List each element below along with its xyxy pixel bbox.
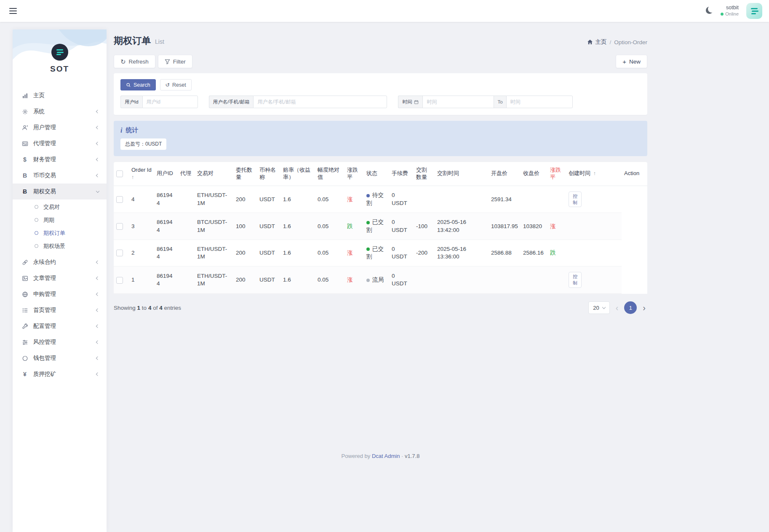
cell-order-id: 2	[129, 239, 154, 266]
dcat-admin-link[interactable]: Dcat Admin	[372, 453, 400, 459]
cell-settle-qty	[414, 186, 435, 213]
sidebar-item-agents[interactable]: 代理管理	[13, 136, 107, 152]
sidebar-item-period[interactable]: 周期	[13, 213, 107, 226]
cell-action: 控制	[566, 266, 622, 294]
globe-icon	[21, 291, 29, 298]
total-pnl-badge: 总盈亏：0USDT	[120, 138, 166, 150]
row-checkbox[interactable]	[116, 250, 123, 256]
sidebar-item-label: 首页管理	[33, 306, 96, 314]
chevron-left-icon	[96, 356, 99, 360]
cell-user-id: 861944	[154, 213, 178, 239]
reset-label: Reset	[172, 82, 186, 88]
col-user-id: 用户ID	[154, 162, 178, 186]
powered-by-label: Powered by	[342, 453, 371, 459]
version-label: v1.7.8	[405, 453, 419, 459]
info-icon: i	[120, 127, 122, 134]
row-checkbox[interactable]	[116, 277, 123, 284]
table-row: 4 861944 ETH/USDT-1M 200 USDT 1.6 0.05 涨…	[114, 186, 648, 213]
refresh-button[interactable]: ↻ Refresh	[114, 55, 155, 68]
cell-coin: USDT	[257, 186, 280, 213]
cell-settle-time: 2025-05-16 13:42:00	[435, 213, 489, 239]
cell-order-id: 4	[129, 186, 154, 213]
entries-summary: Showing 1 to 4 of 4 entries	[114, 305, 181, 311]
cell-coin: USDT	[257, 266, 280, 294]
user-name-input[interactable]	[253, 96, 387, 108]
breadcrumb-separator: /	[609, 39, 611, 45]
chevron-left-icon	[96, 126, 99, 129]
sidebar-item-home[interactable]: 主页	[13, 88, 107, 104]
sidebar-item-wallet[interactable]: 钱包管理	[13, 350, 107, 366]
sidebar-item-staking[interactable]: ¥ 质押挖矿	[13, 366, 107, 382]
sidebar-item-label: 系统	[33, 108, 96, 115]
cell-user-id: 861944	[154, 239, 178, 266]
sidebar-item-config[interactable]: 配置管理	[13, 318, 107, 334]
circle-bullet-icon	[35, 244, 38, 248]
col-order-id[interactable]: Order Id ↑	[129, 162, 154, 186]
online-dot-icon	[721, 13, 724, 16]
letter-b-icon: B	[21, 172, 29, 179]
breadcrumb-home[interactable]: 主页	[587, 38, 606, 46]
cell-pair: ETH/USDT-1M	[195, 186, 233, 213]
sidebar-item-risk[interactable]: 风控管理	[13, 334, 107, 350]
current-page-button[interactable]: 1	[624, 301, 637, 314]
app-logo[interactable]	[51, 44, 68, 61]
row-checkbox[interactable]	[116, 223, 123, 230]
orders-table: Order Id ↑ 用户ID 代理 交易对 委托数量 币种名称 赔率（收益率）…	[114, 162, 648, 294]
home-icon	[587, 39, 593, 45]
new-button[interactable]: + New	[616, 55, 647, 68]
col-abs: 幅度绝对值	[315, 162, 344, 186]
sidebar-item-perpetual[interactable]: 永续合约	[13, 254, 107, 270]
avatar[interactable]	[746, 3, 762, 19]
user-status-label: Online	[725, 11, 739, 17]
sidebar-item-trading-pairs[interactable]: 交易对	[13, 200, 107, 213]
select-all-checkbox[interactable]	[116, 170, 123, 177]
sidebar-item-subscription[interactable]: 申购管理	[13, 286, 107, 302]
sort-asc-icon[interactable]: ↑	[131, 174, 152, 181]
next-page-button[interactable]: ›	[641, 303, 647, 312]
cell-result: 跌	[547, 239, 566, 266]
col-close-price: 收盘价	[521, 162, 547, 186]
control-button[interactable]: 控制	[569, 192, 582, 207]
sidebar-item-finance[interactable]: $ 财务管理	[13, 152, 107, 168]
bitcoin-icon: Ƀ	[21, 188, 29, 195]
sidebar: SOT 主页 系统 用户管理 代理管理	[13, 29, 107, 532]
sidebar-item-homepage[interactable]: 首页管理	[13, 302, 107, 318]
filter-button[interactable]: Filter	[158, 55, 192, 68]
control-button[interactable]: 控制	[569, 272, 582, 288]
sort-asc-icon[interactable]: ↑	[593, 170, 596, 176]
status-dot-icon	[366, 279, 370, 282]
sidebar-item-system[interactable]: 系统	[13, 104, 107, 120]
cell-settle-time	[435, 186, 489, 213]
status-dot-icon	[366, 221, 370, 224]
cell-open-price: 2586.88	[489, 239, 521, 266]
reset-button[interactable]: ↺ Reset	[160, 79, 192, 90]
col-created[interactable]: 创建时间 ↑	[566, 162, 622, 186]
sidebar-toggle-button[interactable]	[7, 4, 19, 18]
sidebar-item-option-trade[interactable]: Ƀ 期权交易	[13, 184, 107, 200]
sidebar-item-spot-trade[interactable]: B 币币交易	[13, 168, 107, 184]
page-size-select[interactable]: 20	[588, 301, 609, 314]
calendar-icon	[414, 100, 419, 104]
dark-mode-toggle[interactable]	[706, 7, 713, 15]
sidebar-item-label: 文章管理	[33, 274, 96, 282]
sidebar-item-articles[interactable]: 文章管理	[13, 270, 107, 286]
sidebar-item-option-orders[interactable]: 期权订单	[13, 226, 107, 239]
cell-amount: 200	[233, 239, 257, 266]
sidebar-item-users[interactable]: 用户管理	[13, 120, 107, 136]
prev-page-button[interactable]: ‹	[614, 303, 620, 312]
row-checkbox[interactable]	[116, 196, 123, 203]
time-from-input[interactable]	[422, 96, 494, 108]
user-menu[interactable]: sotbit Online	[721, 5, 739, 17]
search-button[interactable]: Search	[120, 79, 156, 90]
cell-odds: 1.6	[280, 186, 315, 213]
sidebar-item-option-scenes[interactable]: 期权场景	[13, 239, 107, 253]
col-odds: 赔率（收益率）	[280, 162, 315, 186]
user-name-field-group: 用户名/手机/邮箱	[209, 96, 387, 108]
cell-settle-qty: -100	[414, 213, 435, 239]
circle-bullet-icon	[35, 218, 38, 222]
pagination: 20 ‹ 1 ›	[588, 301, 647, 314]
user-id-input[interactable]	[142, 96, 198, 108]
sidebar-item-label: 周期	[43, 216, 54, 224]
cell-open-price	[489, 266, 521, 294]
time-to-input[interactable]	[506, 96, 573, 108]
